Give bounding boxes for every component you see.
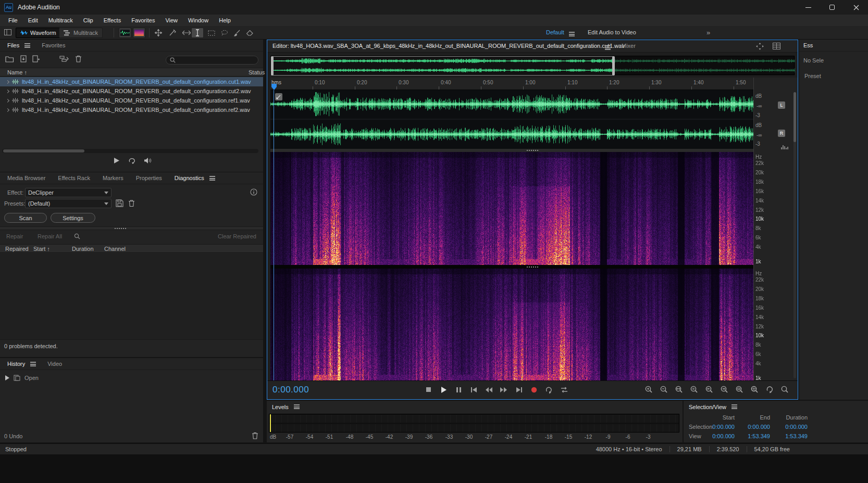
diagnostics-panel-menu-icon[interactable]	[209, 176, 215, 181]
effect-select[interactable]: DeClipper	[25, 188, 111, 197]
new-item-icon[interactable]	[32, 55, 40, 62]
menu-help[interactable]: Help	[214, 17, 236, 23]
selection-start-value[interactable]: 0:00.000	[697, 424, 735, 430]
tab-history[interactable]: History	[7, 361, 25, 367]
files-search-box[interactable]	[166, 56, 258, 65]
paintbrush-tool[interactable]	[231, 28, 243, 38]
preview-play-button[interactable]	[114, 157, 120, 164]
show-spectrum-toggle[interactable]	[133, 28, 145, 38]
multitrack-view-button[interactable]: Multitrack	[59, 28, 103, 38]
eraser-tool[interactable]	[244, 28, 256, 38]
close-button[interactable]	[844, 0, 868, 15]
import-file-icon[interactable]	[20, 55, 27, 62]
zoom-out-time-button[interactable]	[688, 384, 701, 395]
col-start[interactable]: Start ↑	[33, 246, 50, 252]
waveform-canvas[interactable]	[270, 90, 753, 149]
tab-levels[interactable]: Levels	[272, 404, 289, 410]
panel-layout-icon[interactable]	[4, 29, 11, 35]
trash-icon[interactable]	[75, 55, 82, 62]
history-trash-icon[interactable]	[252, 432, 258, 439]
expander-icon[interactable]	[6, 89, 9, 93]
zoom-in-button[interactable]	[642, 384, 656, 395]
editor-vscrollbar[interactable]	[793, 92, 796, 378]
save-preset-icon[interactable]	[116, 199, 123, 207]
editor-grid-icon[interactable]	[773, 43, 780, 49]
move-tool[interactable]	[152, 28, 165, 38]
tab-properties[interactable]: Properties	[136, 175, 162, 181]
open-file-icon[interactable]	[5, 55, 14, 62]
rewind-button[interactable]	[482, 384, 495, 396]
col-channel[interactable]: Channel	[104, 246, 126, 252]
file-row[interactable]: ltv48_H..in_48kHz_out_BINAURAL_ROOM_REVE…	[0, 77, 263, 86]
menu-favorites[interactable]: Favorites	[126, 17, 160, 23]
menu-effects[interactable]: Effects	[98, 17, 126, 23]
files-panel-menu-icon[interactable]	[24, 43, 30, 48]
col-duration[interactable]: Duration	[72, 246, 94, 252]
skip-selection-button[interactable]	[557, 384, 571, 396]
zoom-in-time-button[interactable]	[673, 384, 686, 395]
scan-button[interactable]: Scan	[4, 213, 47, 223]
selection-view-panel-menu-icon[interactable]	[731, 404, 737, 409]
history-item-open[interactable]: Open	[0, 373, 263, 383]
tab-effects-rack[interactable]: Effects Rack	[58, 175, 90, 181]
col-repaired[interactable]: Repaired	[5, 246, 29, 252]
scrollbar-thumb[interactable]	[3, 149, 84, 152]
levels-panel-menu-icon[interactable]	[294, 404, 300, 409]
menu-view[interactable]: View	[160, 17, 183, 23]
overview-right-handle[interactable]	[612, 56, 615, 75]
search-repairs-icon[interactable]	[74, 233, 80, 239]
waveform-view-button[interactable]: Waveform	[16, 28, 61, 38]
play-button[interactable]	[437, 384, 450, 396]
lasso-selection-tool[interactable]	[218, 28, 231, 38]
tab-mixer[interactable]: Mixer	[622, 43, 636, 49]
repair-all-button[interactable]: Repair All	[38, 233, 62, 239]
tab-video[interactable]: Video	[47, 361, 62, 367]
zoom-to-in-point-button[interactable]	[703, 384, 716, 395]
repair-button[interactable]: Repair	[6, 233, 23, 239]
editor-title[interactable]: Editor: ltv48_HOA3.wav_SBA_3OA_at_96_kbp…	[272, 43, 625, 49]
channel-left-button[interactable]: L	[778, 101, 785, 109]
menu-multitrack[interactable]: Multitrack	[43, 17, 78, 23]
file-row[interactable]: ltv48_H..in_48kHz_out_BINAURAL_ROOM_REVE…	[0, 105, 263, 115]
zoom-reset-button[interactable]	[763, 384, 777, 395]
view-end-value[interactable]: 1:53.349	[733, 433, 770, 439]
insert-into-multitrack-icon[interactable]	[59, 55, 69, 62]
menu-edit[interactable]: Edit	[23, 17, 43, 23]
menu-file[interactable]: File	[3, 17, 23, 23]
history-panel-menu-icon[interactable]	[30, 362, 36, 366]
scrollbar-thumb[interactable]	[793, 92, 796, 142]
overview-view-region[interactable]	[271, 56, 615, 75]
diagnostics-splitter[interactable]	[0, 226, 263, 230]
tab-essential-sound[interactable]: Ess	[803, 42, 813, 48]
tab-media-browser[interactable]: Media Browser	[7, 175, 45, 181]
playhead-time-display[interactable]: 0:00.000	[272, 385, 309, 395]
channel-right-button[interactable]: R	[778, 130, 785, 137]
tab-diagnostics[interactable]: Diagnostics	[175, 175, 204, 181]
spectrogram-left-canvas[interactable]	[270, 152, 753, 265]
selection-duration-value[interactable]: 0:00.000	[770, 424, 808, 430]
overview-left-handle[interactable]	[271, 56, 274, 75]
zoom-to-selection-button[interactable]	[733, 384, 747, 395]
skip-to-start-button[interactable]	[467, 384, 480, 396]
loop-playback-button[interactable]	[542, 384, 555, 396]
tab-markers[interactable]: Markers	[103, 175, 123, 181]
pause-button[interactable]	[452, 384, 465, 396]
level-meter[interactable]	[269, 414, 679, 433]
delete-preset-icon[interactable]	[128, 199, 135, 207]
selection-end-value[interactable]: 0:00.000	[733, 424, 770, 430]
maximize-button[interactable]	[820, 0, 844, 15]
show-waveform-toggle[interactable]	[119, 28, 131, 38]
skip-to-end-button[interactable]	[512, 384, 525, 396]
files-search-input[interactable]	[178, 57, 251, 63]
workspace-selector[interactable]: Default	[546, 29, 564, 35]
fast-forward-button[interactable]	[497, 384, 510, 396]
workspace-edit-audio-to-video[interactable]: Edit Audio to Video	[588, 29, 636, 35]
tab-files[interactable]: Files	[7, 42, 19, 48]
presets-select[interactable]: (Default)	[25, 199, 111, 208]
record-button[interactable]	[527, 384, 540, 396]
zoom-to-out-point-button[interactable]	[718, 384, 731, 395]
overview-strip[interactable]	[270, 56, 795, 75]
spectrogram-right-canvas[interactable]	[270, 269, 753, 380]
zoom-out-button[interactable]	[658, 384, 671, 395]
marquee-selection-tool[interactable]	[205, 28, 218, 38]
